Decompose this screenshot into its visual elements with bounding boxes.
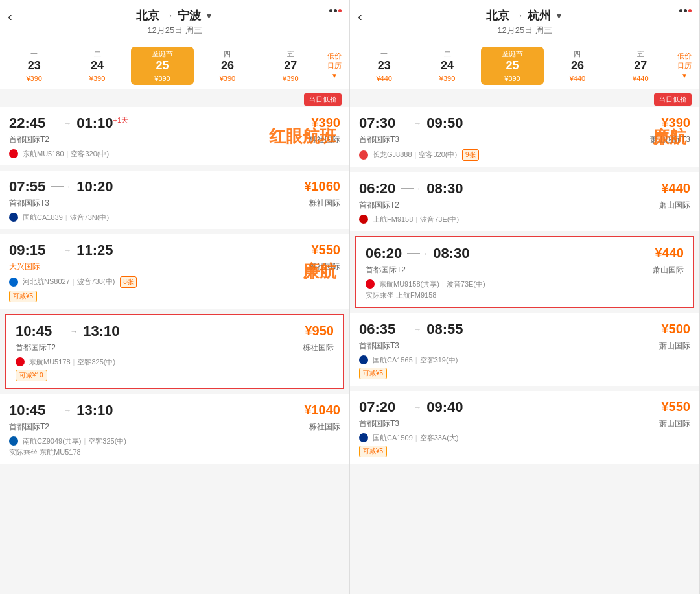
flight-price: ¥1040: [304, 403, 340, 418]
dropdown-icon[interactable]: ▼: [555, 11, 563, 21]
city-from: 北京: [486, 8, 509, 23]
departure-airport: 首都国际T2: [9, 134, 49, 145]
airports-row: 首都国际T2栎社国际: [9, 134, 340, 145]
date-number: 27: [634, 59, 647, 73]
flight-line-icon: →: [57, 327, 78, 336]
day-price: ¥390: [26, 75, 41, 82]
date-number: 25: [506, 59, 519, 73]
flight-main-row: 09:15→11:25¥550: [9, 242, 340, 259]
flight-times: 06:35→08:55: [359, 321, 463, 338]
departure-time: 06:20: [359, 180, 395, 197]
today-badge-row: 当日低价: [0, 89, 349, 107]
flight-times: 09:15→11:25: [9, 242, 113, 259]
back-button[interactable]: ‹: [358, 9, 362, 24]
airports-row: 首都国际T3萧山国际: [359, 340, 690, 351]
flight-line-icon: →: [51, 119, 71, 128]
flight-main-row: 07:55→10:20¥1060: [9, 178, 340, 195]
more-button[interactable]: [679, 9, 692, 12]
separator: |: [442, 280, 444, 288]
airports-row: 首都国际T2栎社国际: [9, 422, 340, 433]
calendar-day[interactable]: 圣诞节25¥390: [481, 47, 544, 85]
calendar-day[interactable]: 五27¥390: [259, 47, 322, 85]
dropdown-icon[interactable]: ▼: [205, 11, 213, 21]
day-price: ¥440: [570, 75, 585, 82]
calendar-label: 日历: [677, 61, 692, 71]
departure-time: 22:45: [9, 115, 45, 132]
arrival-time: 08:30: [426, 180, 463, 197]
arrival-airport: 栎社国际: [309, 261, 340, 272]
header: ‹北京 → 宁波 ▼12月25日 周三: [0, 0, 349, 42]
aircraft-type: 波音73N(中): [70, 213, 110, 222]
flight-number: 东航MU5180: [23, 149, 64, 159]
more-button[interactable]: [329, 9, 342, 12]
calendar-day[interactable]: 二24¥390: [415, 47, 478, 85]
weekday-label: 二: [444, 49, 451, 59]
calendar-day[interactable]: 五27¥440: [609, 47, 672, 85]
flight-main-row: 10:45→13:10¥1040: [9, 402, 340, 419]
departure-airport: 首都国际T2: [16, 342, 56, 353]
weekday-label: 一: [380, 49, 388, 59]
flight-times: 07:55→10:20: [9, 178, 113, 195]
low-price-calendar-button[interactable]: 低价日历▼: [322, 47, 347, 85]
day-price: ¥390: [439, 75, 455, 82]
departure-time: 07:20: [359, 399, 395, 416]
panel-right: ‹北京 → 杭州 ▼12月25日 周三 一23¥440二24¥390圣诞节25¥…: [350, 0, 700, 594]
arrival-time: 01:10+1天: [76, 115, 128, 132]
header-date: 12月25日 周三: [147, 25, 202, 36]
aircraft-type: 波音73E(中): [420, 215, 459, 224]
day-price: ¥440: [376, 75, 391, 82]
flight-card[interactable]: 06:35→08:55¥500首都国际T3萧山国际国航CA1565|空客319(…: [350, 313, 699, 386]
separator: |: [415, 151, 417, 159]
separator: |: [84, 437, 86, 445]
chevron-down-icon: ▼: [331, 71, 338, 80]
flight-price: ¥500: [662, 322, 691, 337]
route-title: 北京 → 宁波 ▼: [136, 8, 213, 23]
flight-price: ¥550: [662, 399, 691, 414]
flight-card[interactable]: 07:55→10:20¥1060首都国际T3栎社国际国航CA1839|波音73N…: [0, 171, 349, 229]
flight-main-row: 07:30→09:50¥390: [359, 115, 690, 132]
flight-main-row: 07:20→09:40¥550: [359, 399, 690, 416]
flight-times: 10:45→13:10: [9, 402, 113, 419]
flight-info-row: 长龙GJ8888|空客320(中)9张: [359, 149, 690, 161]
flight-info-row: 国航CA1565|空客319(中): [359, 355, 690, 365]
flight-main-row: 22:45→01:10+1天¥390: [9, 115, 340, 132]
calendar-day[interactable]: 一23¥390: [3, 47, 65, 85]
calendar-day[interactable]: 二24¥390: [65, 47, 128, 85]
flight-line-icon: →: [401, 403, 421, 412]
aircraft-type: 波音738(中): [77, 277, 115, 287]
separator: |: [415, 215, 417, 223]
chevron-down-icon: ▼: [681, 71, 688, 80]
aircraft-type: 空客319(中): [420, 355, 458, 365]
arrival-airport: 栎社国际: [309, 134, 340, 145]
flight-card[interactable]: 06:20→08:30¥440首都国际T2萧山国际上航FM9158|波音73E(…: [350, 172, 699, 231]
calendar-day[interactable]: 一23¥440: [353, 47, 415, 85]
flight-card[interactable]: 10:45→13:10¥950首都国际T2栎社国际东航MU5178|空客325(…: [5, 314, 344, 389]
calendar-day[interactable]: 四26¥440: [546, 47, 609, 85]
weekday-label: 圣诞节: [502, 49, 523, 59]
day-price: ¥390: [504, 75, 520, 82]
calendar-day[interactable]: 四26¥390: [196, 47, 259, 85]
low-price-label: 低价: [677, 51, 692, 61]
ticket-count-badge: 9张: [462, 149, 479, 161]
flight-card[interactable]: 10:45→13:10¥1040首都国际T2栎社国际南航CZ9049(共享)|空…: [0, 394, 349, 464]
flight-card[interactable]: 06:20→08:30¥440首都国际T2萧山国际东航MU9158(共享)|波音…: [355, 236, 694, 308]
discount-badge: 可减¥5: [9, 291, 37, 302]
flight-card[interactable]: 09:15→11:25¥550大兴国际栎社国际河北航NS8027|波音738(中…: [0, 234, 349, 309]
date-number: 26: [571, 59, 584, 73]
flight-times: 06:20→08:30: [366, 245, 470, 262]
low-price-calendar-button[interactable]: 低价日历▼: [672, 47, 697, 85]
today-low-price-badge: 当日低价: [654, 93, 692, 106]
back-button[interactable]: ‹: [8, 9, 12, 24]
flight-card[interactable]: 22:45→01:10+1天¥390首都国际T2栎社国际东航MU5180|空客3…: [0, 107, 349, 165]
flight-price: ¥390: [662, 115, 691, 130]
arrival-airport: 萧山国际: [659, 418, 690, 429]
calendar-day[interactable]: 圣诞节25¥390: [131, 47, 194, 85]
airports-row: 首都国际T3栎社国际: [9, 198, 340, 209]
flight-line-icon: →: [407, 249, 428, 258]
flight-card[interactable]: 07:20→09:40¥550首都国际T3萧山国际国航CA1509|空客33A(…: [350, 391, 699, 464]
arrival-time: 13:10: [83, 323, 119, 340]
aircraft-type: 空客320(中): [71, 149, 109, 159]
flight-card[interactable]: 07:30→09:50¥390首都国际T3萧山国际T3长龙GJ8888|空客32…: [350, 107, 699, 167]
flight-price: ¥950: [305, 324, 334, 339]
flight-info-row: 东航MU5178|空客325(中): [16, 357, 334, 367]
